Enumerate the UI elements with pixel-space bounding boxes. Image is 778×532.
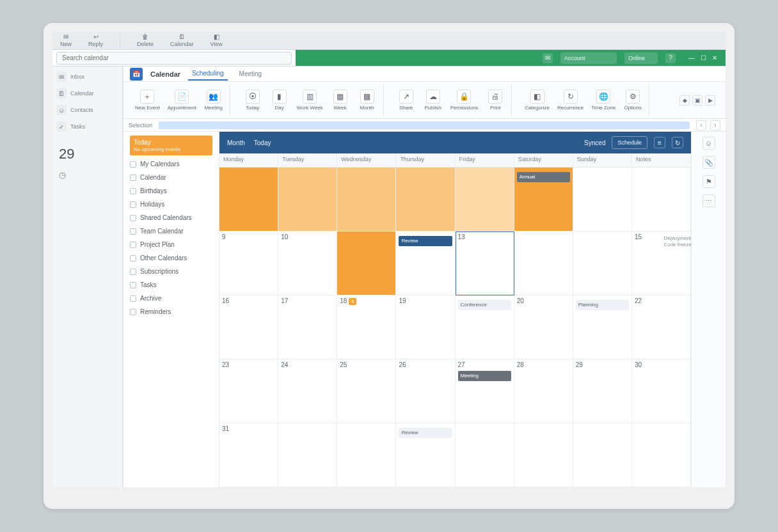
cell-r5c4[interactable]: Review	[396, 423, 455, 487]
selbar-next[interactable]: ›	[710, 120, 720, 130]
cell-r3c1[interactable]: 16	[219, 295, 278, 359]
event-planning[interactable]: Planning	[576, 300, 629, 310]
nav-team[interactable]: Team Calendar	[130, 226, 212, 236]
cell-r1c7[interactable]	[573, 168, 632, 231]
aux-reply[interactable]: ↩Reply	[88, 34, 103, 47]
cell-r1c5[interactable]	[456, 168, 514, 231]
minimize-button[interactable]: —	[687, 54, 696, 63]
rail-attach-icon[interactable]: 📎	[703, 156, 715, 169]
cell-r1c3[interactable]	[337, 168, 396, 231]
ribbon-timezone[interactable]: 🌐Time Zone	[590, 88, 617, 112]
ribbon-day[interactable]: ▮Day	[269, 88, 290, 112]
nav-today-card[interactable]: Today No upcoming events	[130, 136, 212, 155]
cell-r3c5[interactable]: Conference	[456, 295, 514, 359]
cell-r3c7[interactable]: Planning	[573, 295, 632, 359]
rail-flag-icon[interactable]: ⚑	[703, 175, 715, 188]
ribbon-print[interactable]: 🖨Print	[484, 88, 506, 112]
nav-tasks[interactable]: Tasks	[130, 280, 212, 290]
cell-r2c6[interactable]	[514, 231, 573, 295]
cell-r4c2[interactable]: 24	[278, 359, 337, 423]
cell-r2c5-today[interactable]: 13	[456, 231, 514, 295]
selbar-prev[interactable]: ‹	[696, 120, 706, 130]
nav-shared[interactable]: Shared Calendars	[130, 213, 212, 223]
tag-9[interactable]: 9	[349, 298, 356, 305]
calbar-today[interactable]: Today	[254, 139, 271, 146]
close-button[interactable]: ✕	[710, 54, 719, 63]
cell-r3c4[interactable]: 19	[396, 295, 455, 359]
cell-r2c2[interactable]: 10	[278, 231, 337, 295]
ribbon-workweek[interactable]: ▥Work Week	[296, 88, 324, 112]
ribbon-share[interactable]: ↗Share	[395, 88, 417, 112]
aux-view[interactable]: ◧View	[210, 34, 223, 47]
ribbon-new-event[interactable]: ＋New Event	[134, 88, 161, 112]
nav-other[interactable]: Other Calendars	[130, 253, 212, 263]
help-icon[interactable]: ?	[665, 53, 676, 63]
cell-r5c2[interactable]	[278, 423, 337, 487]
cell-r5c1[interactable]: 31	[219, 423, 278, 487]
ribbon-appointment[interactable]: 📄Appointment	[166, 88, 198, 112]
cell-r4c6[interactable]: 28	[514, 359, 573, 423]
cell-r3c8[interactable]: 22	[632, 295, 691, 359]
ribbon-today[interactable]: ⦿Today	[242, 88, 264, 112]
nav-project[interactable]: Project Plan	[130, 240, 212, 249]
calbar-refresh-icon[interactable]: ↻	[672, 137, 683, 148]
cell-r1c2[interactable]	[278, 168, 337, 231]
aux-delete[interactable]: 🗑Delete	[137, 34, 154, 47]
aux-new[interactable]: ✉New	[60, 34, 72, 47]
cell-r4c8[interactable]: 30	[632, 359, 691, 423]
cell-r3c2[interactable]: 17	[278, 295, 337, 359]
cell-r2c3[interactable]	[337, 231, 396, 295]
ribbon-mini-1[interactable]: ◆	[679, 95, 690, 106]
event-review[interactable]: Review	[399, 236, 452, 246]
ribbon-categorize[interactable]: ◧Categorize	[523, 88, 551, 112]
selection-range[interactable]	[159, 121, 690, 129]
ribbon-meeting[interactable]: 👥Meeting	[203, 88, 225, 112]
cell-r4c3[interactable]: 25	[337, 359, 396, 423]
cell-r2c4[interactable]: Review	[396, 231, 455, 295]
nav-calendar[interactable]: Calendar	[130, 173, 212, 182]
ribbon-mini-2[interactable]: ▣	[692, 95, 703, 106]
cell-r2c1[interactable]: 9	[219, 231, 278, 295]
cell-r1c6[interactable]: Annual	[514, 168, 573, 231]
cell-r3c6[interactable]: 20	[514, 295, 573, 359]
rail-user-icon[interactable]: ☺	[703, 137, 715, 150]
maximize-button[interactable]: ☐	[699, 54, 708, 63]
cell-r5c7[interactable]	[573, 423, 632, 487]
calbar-schedule[interactable]: Schedule	[612, 136, 647, 149]
cell-r2c8[interactable]: 15 Deployment Code freeze	[632, 231, 691, 295]
calbar-filter-icon[interactable]: ≡	[654, 137, 665, 148]
notif-icon[interactable]: ✉	[543, 53, 553, 63]
nav-archive[interactable]: Archive	[130, 293, 212, 303]
tab-scheduling[interactable]: Scheduling	[188, 67, 227, 81]
event-review2[interactable]: Review	[399, 428, 452, 438]
aux-calendar[interactable]: 🗓Calendar	[170, 34, 194, 47]
ribbon-options[interactable]: ⚙Options	[622, 88, 644, 112]
nav-subs[interactable]: Subscriptions	[130, 267, 212, 276]
cell-r5c3[interactable]	[337, 423, 396, 487]
tab-meeting[interactable]: Meeting	[235, 68, 266, 80]
rail-inbox[interactable]: ✉Inbox	[56, 70, 118, 83]
cell-r1c4[interactable]	[396, 168, 455, 231]
rail-calendar[interactable]: 🗓Calendar	[56, 87, 118, 100]
cell-r4c7[interactable]: 29	[573, 359, 632, 423]
search-input[interactable]	[56, 52, 292, 65]
cell-r1c1[interactable]	[219, 168, 278, 231]
event-meeting[interactable]: Meeting	[458, 371, 511, 381]
cell-r5c6[interactable]	[514, 423, 573, 487]
ribbon-month[interactable]: ▩Month	[356, 88, 378, 112]
rail-more-icon[interactable]: ⋯	[703, 194, 715, 207]
event-annual[interactable]: Annual	[517, 172, 570, 182]
cell-r4c4[interactable]: 26	[396, 359, 455, 423]
ribbon-mini-3[interactable]: ▶	[705, 95, 715, 106]
cell-r4c1[interactable]: 23	[219, 359, 278, 423]
rail-contacts[interactable]: ☺Contacts	[56, 104, 118, 116]
event-conference[interactable]: Conference	[458, 300, 511, 310]
cell-r5c5[interactable]	[456, 423, 514, 487]
nav-holidays[interactable]: Holidays	[130, 199, 212, 209]
ribbon-publish[interactable]: ☁Publish	[422, 88, 444, 112]
ribbon-week[interactable]: ▦Week	[329, 88, 351, 112]
account-pill[interactable]: Account	[560, 52, 617, 64]
cell-r2c7[interactable]	[573, 231, 632, 295]
nav-birthdays[interactable]: Birthdays	[130, 186, 212, 196]
cell-r4c5[interactable]: 27 Meeting	[456, 359, 514, 423]
